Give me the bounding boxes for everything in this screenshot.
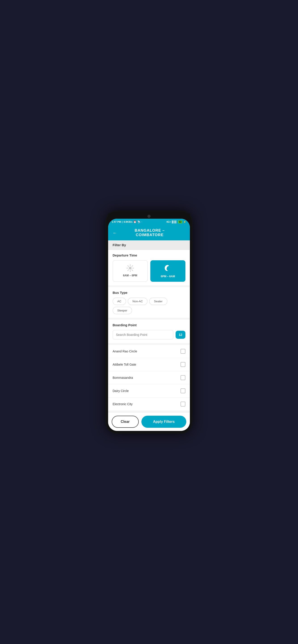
charging-icon: ⚡ bbox=[183, 220, 186, 224]
boarding-point-section: Boarding Point 12 bbox=[108, 320, 190, 343]
bus-type-ac[interactable]: AC bbox=[113, 298, 126, 305]
svg-point-0 bbox=[129, 267, 132, 270]
boarding-name-bommasandra: Bommasandra bbox=[113, 376, 133, 380]
boarding-name-attibele: Attibele Toll Gate bbox=[113, 363, 136, 366]
departure-time-title: Departure Time bbox=[113, 253, 185, 257]
night-option-label: 6PM – 6AM bbox=[161, 275, 175, 278]
departure-time-section: Departure Time bbox=[108, 250, 190, 285]
phone-screen: 1:47 PM | 4.9KB/s ⏰ 📡 · 4G+ ▌▌▌ 53 ⚡ ← B… bbox=[108, 219, 190, 431]
phone-frame: 1:47 PM | 4.9KB/s ⏰ 📡 · 4G+ ▌▌▌ 53 ⚡ ← B… bbox=[105, 211, 193, 434]
bus-type-sleeper[interactable]: Sleeper bbox=[113, 307, 132, 314]
status-right: 4G+ ▌▌▌ 53 ⚡ bbox=[166, 220, 186, 224]
search-boarding-input[interactable] bbox=[116, 333, 170, 336]
boarding-search-row: 12 bbox=[113, 330, 185, 340]
boarding-count-badge: 12 bbox=[176, 331, 185, 339]
bus-type-seater[interactable]: Seater bbox=[149, 298, 167, 305]
boarding-name-dairy-circle: Dairy Circle bbox=[113, 389, 129, 393]
apply-filters-button[interactable]: Apply Filters bbox=[141, 416, 186, 428]
app-header: ← BANGALORE – COIMBATORE bbox=[108, 225, 190, 240]
boarding-list: Anand Rao Circle Attibele Toll Gate Bomm… bbox=[108, 345, 190, 410]
time-options: 6AM – 6PM 6PM – 6AM bbox=[113, 260, 185, 282]
signal-icon: ▌▌▌ bbox=[172, 220, 177, 223]
bus-type-options: AC Non-AC Seater Sleeper bbox=[113, 298, 185, 314]
svg-line-6 bbox=[132, 270, 133, 270]
svg-line-7 bbox=[132, 266, 133, 266]
time-display: 1:47 PM bbox=[112, 220, 121, 223]
dot-indicator: · bbox=[141, 220, 142, 223]
camera-notch bbox=[147, 215, 151, 218]
search-input-wrap[interactable] bbox=[113, 330, 173, 340]
bus-type-title: Bus Type bbox=[113, 291, 185, 294]
main-content: Filter By Departure Time bbox=[108, 240, 190, 412]
alarm-icon: ⏰ bbox=[133, 220, 136, 224]
boarding-item-anand-rao: Anand Rao Circle bbox=[108, 345, 190, 358]
boarding-point-title: Boarding Point bbox=[113, 323, 185, 327]
bus-type-section: Bus Type AC Non-AC Seater Sleeper bbox=[108, 287, 190, 318]
bottom-bar: Clear Apply Filters bbox=[108, 412, 190, 431]
notch-area bbox=[108, 213, 190, 219]
back-button[interactable]: ← bbox=[113, 230, 117, 235]
checkbox-electronic-city[interactable] bbox=[181, 402, 185, 406]
network-speed: 4.9KB/s bbox=[124, 220, 132, 223]
moon-icon bbox=[164, 264, 172, 273]
boarding-item-bommasandra: Bommasandra bbox=[108, 371, 190, 384]
speed-display: | bbox=[122, 220, 123, 223]
boarding-item-dairy-circle: Dairy Circle bbox=[108, 384, 190, 398]
time-option-day[interactable]: 6AM – 6PM bbox=[113, 260, 148, 282]
boarding-item-electronic-city: Electronic City bbox=[108, 398, 190, 410]
header-title: BANGALORE – COIMBATORE bbox=[121, 228, 179, 237]
time-option-night[interactable]: 6PM – 6AM bbox=[150, 260, 185, 282]
cast-icon: 📡 bbox=[137, 220, 141, 224]
filter-by-header: Filter By bbox=[108, 240, 190, 250]
status-bar: 1:47 PM | 4.9KB/s ⏰ 📡 · 4G+ ▌▌▌ 53 ⚡ bbox=[108, 219, 190, 225]
boarding-name-electronic-city: Electronic City bbox=[113, 402, 132, 406]
day-option-label: 6AM – 6PM bbox=[123, 274, 137, 277]
bus-type-nonac[interactable]: Non-AC bbox=[128, 298, 147, 305]
network-type: 4G+ bbox=[166, 220, 171, 223]
battery-indicator: 53 bbox=[178, 220, 182, 224]
boarding-name-anand-rao: Anand Rao Circle bbox=[113, 350, 137, 353]
clear-button[interactable]: Clear bbox=[112, 416, 139, 428]
checkbox-attibele[interactable] bbox=[181, 362, 185, 367]
svg-line-5 bbox=[128, 266, 128, 266]
checkbox-dairy-circle[interactable] bbox=[181, 388, 185, 393]
checkbox-anand-rao[interactable] bbox=[181, 349, 185, 354]
status-left: 1:47 PM | 4.9KB/s ⏰ 📡 · bbox=[112, 220, 142, 224]
sun-icon bbox=[126, 264, 134, 272]
checkbox-bommasandra[interactable] bbox=[181, 375, 185, 380]
svg-line-8 bbox=[128, 270, 128, 270]
boarding-item-attibele: Attibele Toll Gate bbox=[108, 358, 190, 371]
